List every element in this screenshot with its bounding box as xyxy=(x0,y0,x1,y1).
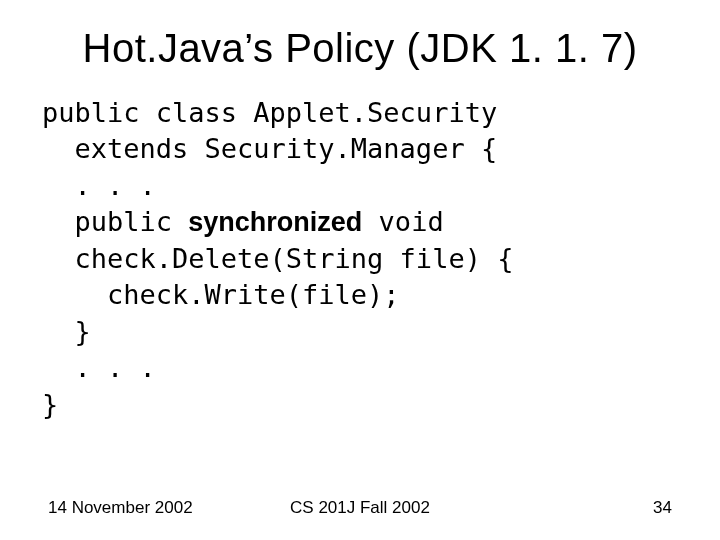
code-line-1: public class Applet.Security xyxy=(42,97,497,128)
footer-date: 14 November 2002 xyxy=(48,498,256,518)
footer: 14 November 2002 CS 201J Fall 2002 34 xyxy=(0,498,720,518)
code-line-6: check.Write(file); xyxy=(42,279,400,310)
code-line-8: . . . xyxy=(42,352,156,383)
code-line-4a: public xyxy=(42,206,188,237)
footer-page-number: 34 xyxy=(464,498,672,518)
code-block: public class Applet.Security extends Sec… xyxy=(42,95,672,423)
code-line-4c: void xyxy=(362,206,443,237)
code-line-5: check.Delete(String file) { xyxy=(42,243,513,274)
code-line-3: . . . xyxy=(42,170,156,201)
slide-title: Hot.Java’s Policy (JDK 1. 1. 7) xyxy=(48,26,672,71)
code-line-9: } xyxy=(42,389,58,420)
code-line-7: } xyxy=(42,316,91,347)
footer-course: CS 201J Fall 2002 xyxy=(256,498,464,518)
slide: Hot.Java’s Policy (JDK 1. 1. 7) public c… xyxy=(0,0,720,540)
code-line-2: extends Security.Manager { xyxy=(42,133,497,164)
code-keyword-synchronized: synchronized xyxy=(188,207,362,237)
